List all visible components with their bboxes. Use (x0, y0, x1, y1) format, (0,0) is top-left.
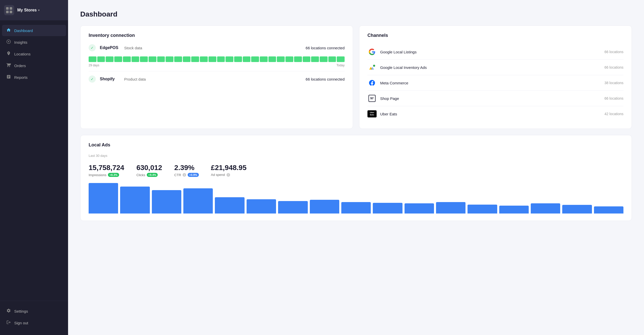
metric-badge-ctr: +0.9% (188, 173, 199, 177)
progress-segment (337, 56, 345, 62)
orders-icon (6, 63, 11, 68)
channel-item-meta-commerce[interactable]: Meta Commerce 38 locations (367, 75, 623, 91)
progress-segment (268, 56, 276, 62)
svg-point-1 (8, 41, 9, 42)
inventory-card-title: Inventory connection (89, 33, 345, 38)
bar-chart-bar (405, 203, 434, 214)
bar-chart-bar (373, 203, 402, 214)
metric-badge-clicks: +9.4% (147, 173, 158, 177)
local-ads-title: Local Ads (89, 142, 623, 148)
channel-locations-google-local-listings: 66 locations (604, 50, 623, 54)
metric-clicks: 630,012 Clicks +9.4% (136, 164, 162, 177)
metric-ctr: 2.39% CTR i +0.9% (174, 164, 199, 177)
sidebar-bottom: Settings Sign out (0, 301, 68, 335)
progress-segment (311, 56, 319, 62)
channel-name-google-local-listings: Google Local Listings (380, 50, 601, 54)
location-icon (6, 51, 11, 57)
sidebar-item-insights[interactable]: Insights (2, 37, 66, 48)
progress-segment (149, 56, 156, 62)
progress-segment (303, 56, 311, 62)
progress-segment (328, 56, 336, 62)
settings-icon (6, 308, 11, 314)
progress-segment (89, 56, 96, 62)
metric-badge-impressions: +8.3% (108, 173, 119, 177)
bar-chart-bar (436, 202, 465, 214)
metric-value-ad-spend: £21,948.95 (211, 164, 247, 172)
progress-segment (277, 56, 285, 62)
inventory-type-edgepos: Stock data (124, 46, 302, 50)
main-content: Dashboard Inventory connection ✓ EdgePOS… (68, 0, 644, 335)
bar-chart-bar (310, 200, 339, 214)
progress-segment (243, 56, 251, 62)
bar-chart-bar (152, 190, 181, 214)
bar-chart-bar (562, 205, 592, 214)
sidebar-item-label: Reports (14, 75, 28, 80)
metric-label-row-clicks: Clicks +9.4% (136, 173, 162, 177)
metric-ad-spend: £21,948.95 Ad spend i (211, 164, 247, 177)
home-icon (6, 28, 11, 33)
metric-label-ctr: CTR (174, 173, 181, 177)
store-icon (4, 5, 14, 15)
bar-chart-bar (531, 203, 560, 214)
progress-segment (226, 56, 233, 62)
channel-name-shop-page: Shop Page (380, 96, 601, 101)
metrics-row: 15,758,724 Impressions +8.3% 630,012 Cli… (89, 164, 623, 177)
progress-segment (234, 56, 242, 62)
sidebar-item-label: Locations (14, 52, 30, 56)
bar-chart-bar (278, 201, 308, 214)
uber-eats-logo: UberEats (367, 110, 377, 117)
sidebar-item-label: Sign out (14, 321, 28, 325)
channel-locations-meta-commerce: 38 locations (604, 81, 623, 85)
metric-label-row-ctr: CTR i +0.9% (174, 173, 199, 177)
inventory-item-edgepos: ✓ EdgePOS Stock data 66 locations connec… (89, 44, 345, 51)
inventory-connection-card: Inventory connection ✓ EdgePOS Stock dat… (80, 25, 353, 129)
bar-chart-bar (499, 206, 529, 214)
progress-segment (114, 56, 122, 62)
metric-label-row-ad-spend: Ad spend i (211, 173, 247, 177)
metric-value-impressions: 15,758,724 (89, 164, 124, 172)
channel-item-uber-eats[interactable]: UberEats Uber Eats 42 locations (367, 106, 623, 121)
progress-segment (166, 56, 173, 62)
insights-icon (6, 39, 11, 45)
channel-item-google-local-inventory-ads[interactable]: Google Local Inventory Ads 66 locations (367, 60, 623, 75)
progress-segment (320, 56, 328, 62)
inventory-name-shopify: Shopify (100, 77, 120, 81)
sidebar-item-label: Settings (14, 309, 28, 313)
progress-label-left: 29 days (89, 64, 99, 67)
metric-label-impressions: Impressions (89, 173, 106, 177)
sidebar-item-locations[interactable]: Locations (2, 48, 66, 59)
signout-icon (6, 320, 11, 326)
metric-label-ad-spend: Ad spend (211, 173, 225, 177)
sidebar-item-signout[interactable]: Sign out (2, 317, 66, 328)
channel-item-google-local-listings[interactable]: Google Local Listings 66 locations (367, 44, 623, 60)
sidebar-item-settings[interactable]: Settings (2, 306, 66, 317)
sidebar-item-dashboard[interactable]: Dashboard (2, 25, 66, 36)
info-icon-ctr: i (183, 173, 186, 177)
channel-locations-uber-eats: 42 locations (604, 112, 623, 116)
sidebar-nav: Dashboard Insights Locations Orders Repo… (0, 20, 68, 301)
notion-logo: Nº (368, 95, 376, 102)
channel-item-shop-page[interactable]: Nº Shop Page 66 locations (367, 91, 623, 106)
sidebar-item-label: Dashboard (14, 28, 33, 33)
shop-page-icon: Nº (367, 94, 377, 103)
channel-name-google-local-inventory-ads: Google Local Inventory Ads (380, 65, 601, 70)
progress-segment (106, 56, 114, 62)
sidebar-header[interactable]: My Stores ▾ (0, 0, 68, 20)
bar-chart-bar (89, 183, 118, 214)
progress-segment (157, 56, 165, 62)
bar-chart-bar (594, 206, 623, 214)
progress-segments (89, 56, 345, 62)
progress-segment (260, 56, 268, 62)
channel-name-meta-commerce: Meta Commerce (380, 81, 601, 85)
google-ads-icon (367, 63, 377, 72)
bar-chart-bar (120, 187, 150, 214)
inventory-locations-shopify: 66 locations connected (306, 77, 345, 81)
bar-chart-bar (215, 197, 244, 214)
sidebar-item-label: Orders (14, 64, 26, 68)
inventory-name-edgepos: EdgePOS (100, 45, 120, 50)
progress-segment (200, 56, 208, 62)
store-name[interactable]: My Stores ▾ (17, 8, 40, 12)
sidebar-item-orders[interactable]: Orders (2, 60, 66, 71)
sidebar-item-reports[interactable]: Reports (2, 72, 66, 83)
page-title: Dashboard (80, 10, 632, 18)
